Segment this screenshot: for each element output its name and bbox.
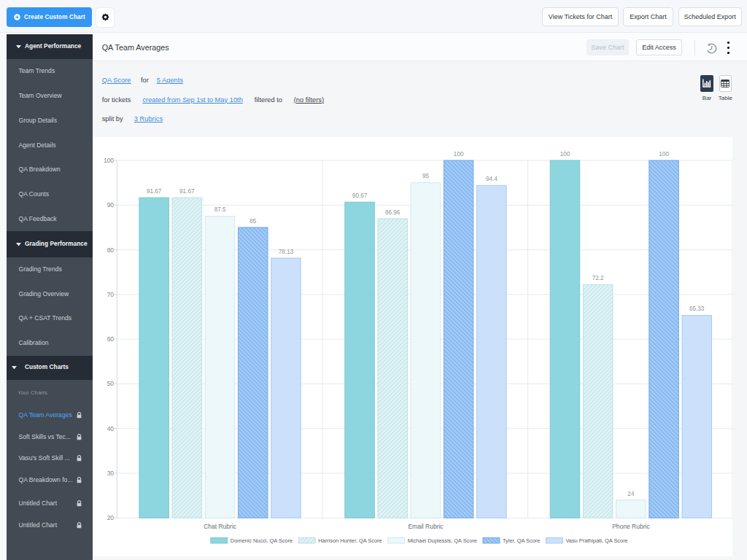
svg-text:Tyler, QA Score: Tyler, QA Score <box>503 537 540 544</box>
svg-text:60: 60 <box>107 335 115 343</box>
svg-text:20: 20 <box>107 514 115 521</box>
svg-text:Harrison Hunter, QA Score: Harrison Hunter, QA Score <box>318 537 382 544</box>
svg-text:94.4: 94.4 <box>486 176 498 182</box>
svg-text:Email Rubric: Email Rubric <box>408 523 444 530</box>
svg-text:90: 90 <box>107 201 115 209</box>
svg-text:100: 100 <box>454 151 464 158</box>
svg-text:50: 50 <box>107 380 115 387</box>
svg-text:Michael Duplessis, QA Score: Michael Duplessis, QA Score <box>408 537 477 544</box>
svg-text:Phone Rubric: Phone Rubric <box>612 523 650 530</box>
svg-text:24: 24 <box>627 491 635 497</box>
svg-text:Chat Rubric: Chat Rubric <box>204 523 237 530</box>
svg-text:72.2: 72.2 <box>592 275 604 281</box>
svg-text:30: 30 <box>107 470 115 477</box>
svg-text:90.67: 90.67 <box>352 192 368 199</box>
svg-text:Vasu Prathipati, QA Score: Vasu Prathipati, QA Score <box>565 537 627 544</box>
svg-text:91.67: 91.67 <box>147 188 162 195</box>
svg-text:70: 70 <box>107 291 115 298</box>
svg-text:91.67: 91.67 <box>179 188 195 195</box>
svg-text:87.5: 87.5 <box>214 206 226 213</box>
svg-text:86.96: 86.96 <box>385 209 400 216</box>
svg-text:78.13: 78.13 <box>279 249 294 255</box>
svg-text:80: 80 <box>107 246 115 254</box>
svg-text:40: 40 <box>107 425 115 432</box>
svg-text:85: 85 <box>249 218 257 225</box>
svg-text:65.33: 65.33 <box>689 306 705 312</box>
svg-text:95: 95 <box>422 173 430 179</box>
svg-text:100: 100 <box>104 157 114 164</box>
svg-text:100: 100 <box>560 151 570 158</box>
svg-text:100: 100 <box>659 151 669 158</box>
svg-text:Domenic Nucci, QA Score: Domenic Nucci, QA Score <box>231 537 293 544</box>
